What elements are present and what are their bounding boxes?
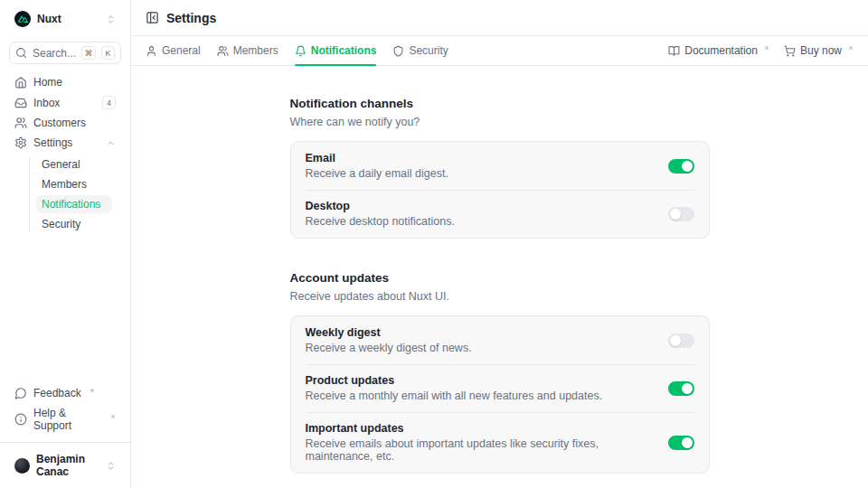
product-updates-toggle[interactable] xyxy=(668,381,694,396)
sidebar-item-label: Inbox xyxy=(33,97,96,109)
cart-icon xyxy=(784,45,796,57)
setting-label: Important updates xyxy=(306,422,657,435)
sidebar-item-notifications[interactable]: Notifications xyxy=(36,195,112,213)
user-menu[interactable]: Benjamin Canac xyxy=(9,450,121,481)
settings-content: Notification channels Where can we notif… xyxy=(131,66,868,488)
sidebar-item-settings[interactable]: Settings xyxy=(9,134,121,152)
arrow-up-right-icon xyxy=(847,45,854,52)
sidebar-item-inbox[interactable]: Inbox 4 xyxy=(9,93,121,112)
tab-security[interactable]: Security xyxy=(392,36,448,65)
arrow-up-right-icon xyxy=(763,45,769,52)
important-updates-toggle[interactable] xyxy=(668,436,694,450)
sidebar-item-label: Settings xyxy=(33,136,99,149)
team-switcher[interactable]: Nuxt xyxy=(9,7,121,31)
search-icon xyxy=(15,47,27,59)
chat-bubble-icon xyxy=(14,387,27,399)
inbox-icon xyxy=(14,97,27,109)
setting-label: Weekly digest xyxy=(306,326,657,339)
setting-label: Email xyxy=(306,152,657,164)
weekly-digest-toggle[interactable] xyxy=(668,333,694,348)
section-account-updates: Account updates Receive updates about Nu… xyxy=(290,271,710,474)
app-window: Nuxt Search... ⌘ K Home xyxy=(0,0,868,488)
section-description: Receive updates about Nuxt UI. xyxy=(290,290,710,303)
search-input[interactable]: Search... ⌘ K xyxy=(9,42,121,64)
sidebar-item-home[interactable]: Home xyxy=(9,73,121,91)
link-label: Buy now xyxy=(800,44,842,57)
section-description: Where can we notify you? xyxy=(290,116,710,128)
header-links: Documentation Buy now xyxy=(668,44,854,57)
settings-subnav: General Members Notifications Security xyxy=(18,155,112,233)
sidebar-item-label: General xyxy=(42,158,107,171)
setting-row-weekly-digest: Weekly digest Receive a weekly digest of… xyxy=(291,316,709,364)
setting-label: Desktop xyxy=(306,200,657,212)
desktop-toggle[interactable] xyxy=(668,207,694,221)
shield-icon xyxy=(392,45,404,57)
setting-row-product-updates: Product updates Receive a monthly email … xyxy=(291,364,709,412)
page-title: Settings xyxy=(166,11,216,25)
setting-description: Receive desktop notifications. xyxy=(306,215,657,228)
chevron-up-icon xyxy=(106,138,116,148)
sidebar-item-label: Notifications xyxy=(42,198,107,211)
sidebar-divider xyxy=(0,442,130,443)
sidebar-nav: Home Inbox 4 Customers Settings xyxy=(0,73,130,233)
info-circle-icon xyxy=(14,413,27,426)
home-icon xyxy=(14,76,27,89)
users-icon xyxy=(217,45,229,57)
sidebar-footer: Feedback Help & Support xyxy=(0,384,130,435)
sidebar-item-label: Security xyxy=(42,218,107,230)
setting-description: Receive a weekly digest of news. xyxy=(306,342,657,354)
main-panel: Settings General Members Notifications xyxy=(131,0,868,488)
setting-description: Receive a monthly email with all new fea… xyxy=(306,389,657,402)
tab-label: Members xyxy=(233,44,278,57)
tab-label: General xyxy=(162,44,201,57)
sidebar-item-label: Feedback xyxy=(33,387,81,399)
search-placeholder: Search... xyxy=(33,47,76,60)
arrow-up-right-icon xyxy=(89,388,95,394)
sidebar-item-label: Members xyxy=(42,178,107,191)
sidebar-item-customers[interactable]: Customers xyxy=(9,114,121,132)
setting-row-desktop: Desktop Receive desktop notifications. xyxy=(291,190,709,238)
sidebar-item-general[interactable]: General xyxy=(36,155,112,174)
documentation-link[interactable]: Documentation xyxy=(668,44,769,57)
chevron-up-down-icon xyxy=(106,461,116,471)
kbd-cmd: ⌘ xyxy=(81,46,96,60)
team-name: Nuxt xyxy=(37,13,99,25)
help-support-link[interactable]: Help & Support xyxy=(9,404,121,435)
setting-row-email: Email Receive a daily email digest. xyxy=(291,142,709,190)
setting-row-important-updates: Important updates Receive emails about i… xyxy=(291,412,709,473)
page-header: Settings xyxy=(131,0,868,36)
feedback-link[interactable]: Feedback xyxy=(9,384,121,402)
setting-description: Receive emails about important updates l… xyxy=(306,437,657,463)
book-open-icon xyxy=(668,45,680,57)
sidebar-item-label: Home xyxy=(33,76,116,89)
sidebar-item-security[interactable]: Security xyxy=(36,215,112,233)
section-title: Account updates xyxy=(290,271,710,285)
users-icon xyxy=(14,117,27,129)
chevron-up-down-icon xyxy=(106,14,116,24)
link-label: Documentation xyxy=(684,44,758,57)
tab-general[interactable]: General xyxy=(146,36,201,65)
tab-label: Notifications xyxy=(311,44,377,57)
setting-description: Receive a daily email digest. xyxy=(306,167,657,180)
sidebar-item-label: Customers xyxy=(33,117,116,129)
gear-icon xyxy=(14,136,27,149)
notification-channels-card: Email Receive a daily email digest. Desk… xyxy=(290,141,710,239)
sidebar-item-label: Help & Support xyxy=(33,407,102,432)
user-icon xyxy=(146,45,157,57)
panel-left-close-icon[interactable] xyxy=(146,11,159,24)
user-name: Benjamin Canac xyxy=(36,453,99,478)
avatar xyxy=(14,458,30,474)
section-notification-channels: Notification channels Where can we notif… xyxy=(290,97,710,239)
account-updates-card: Weekly digest Receive a weekly digest of… xyxy=(290,315,710,474)
email-toggle[interactable] xyxy=(668,159,694,174)
arrow-up-right-icon xyxy=(109,414,116,420)
tab-members[interactable]: Members xyxy=(217,36,278,65)
kbd-k: K xyxy=(101,46,115,60)
section-title: Notification channels xyxy=(290,97,710,110)
inbox-count-badge: 4 xyxy=(102,96,116,109)
setting-label: Product updates xyxy=(306,374,657,387)
buy-now-link[interactable]: Buy now xyxy=(784,44,854,57)
tab-notifications[interactable]: Notifications xyxy=(295,36,377,65)
sidebar-item-members[interactable]: Members xyxy=(36,175,112,193)
sidebar: Nuxt Search... ⌘ K Home xyxy=(0,0,131,488)
